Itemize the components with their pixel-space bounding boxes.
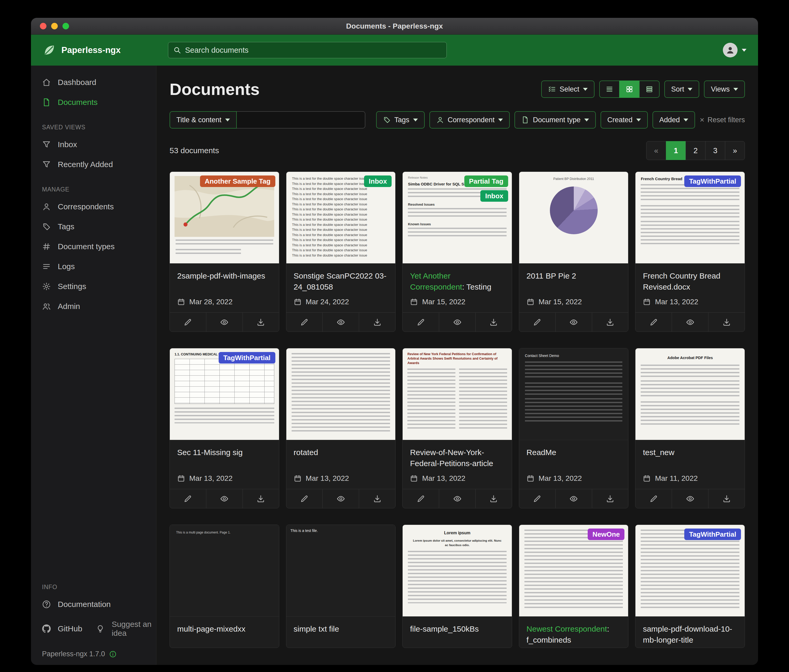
- document-thumbnail[interactable]: Adobe Acrobat PDF Files: [636, 348, 745, 440]
- title-content-filter-button[interactable]: Title & content: [169, 111, 237, 129]
- pagination-next-button[interactable]: »: [725, 141, 745, 160]
- user-avatar[interactable]: [723, 43, 738, 57]
- document-thumbnail[interactable]: Patient BP Distribution 2011: [519, 172, 628, 264]
- download-button[interactable]: [475, 489, 512, 508]
- edit-button[interactable]: [402, 489, 439, 508]
- document-title[interactable]: rotated: [286, 440, 396, 471]
- document-title[interactable]: Review-of-New-York-Federal-Petitions-art…: [402, 440, 512, 471]
- edit-button[interactable]: [286, 489, 323, 508]
- user-menu-caret-icon[interactable]: [742, 49, 746, 52]
- tag-badge[interactable]: TagWithPartial: [684, 175, 741, 187]
- edit-button[interactable]: [402, 313, 439, 331]
- document-title[interactable]: ReadMe: [519, 440, 628, 471]
- select-button[interactable]: Select: [541, 81, 594, 98]
- document-title[interactable]: Yet Another Correspondent: Testing Email: [402, 264, 512, 295]
- sidebar-item-recently-added[interactable]: Recently Added: [31, 154, 156, 174]
- document-thumbnail[interactable]: This is a test for the double space char…: [286, 172, 396, 264]
- download-button[interactable]: [592, 313, 628, 331]
- pagination-page-3[interactable]: 3: [705, 141, 725, 160]
- edit-button[interactable]: [636, 313, 672, 331]
- correspondent-link[interactable]: Newest Correspondent: [527, 624, 607, 633]
- download-button[interactable]: [592, 489, 628, 508]
- document-title[interactable]: 2011 BP Pie 2: [519, 264, 628, 295]
- edit-button[interactable]: [286, 313, 323, 331]
- edit-button[interactable]: [170, 313, 206, 331]
- search-input[interactable]: [168, 42, 447, 58]
- view-button[interactable]: [439, 489, 475, 508]
- view-list-button[interactable]: [599, 81, 620, 98]
- tag-badge[interactable]: Inbox: [480, 190, 508, 202]
- view-button[interactable]: [439, 313, 475, 331]
- tag-badge[interactable]: Inbox: [364, 175, 391, 187]
- download-button[interactable]: [359, 489, 395, 508]
- document-thumbnail[interactable]: Contact Sheet Demo: [519, 348, 628, 440]
- brand[interactable]: Paperless-ngx: [43, 43, 168, 57]
- document-thumbnail[interactable]: 1.1. CONTINUING MEDICAL EDUCA TagWithPar…: [170, 348, 279, 440]
- tag-badge[interactable]: TagWithPartial: [219, 352, 275, 363]
- document-thumbnail[interactable]: TagWithPartial: [636, 525, 745, 617]
- document-thumbnail[interactable]: French Country Bread TagWithPartial: [636, 172, 745, 264]
- tag-badge[interactable]: Another Sample Tag: [200, 175, 275, 187]
- document-thumbnail[interactable]: Another Sample Tag: [170, 172, 279, 264]
- edit-button[interactable]: [519, 313, 556, 331]
- sidebar-item-tags[interactable]: Tags: [31, 217, 156, 237]
- reset-filters-button[interactable]: × Reset filters: [700, 115, 745, 124]
- document-type-filter-button[interactable]: Document type: [514, 111, 596, 129]
- sidebar-item-inbox[interactable]: Inbox: [31, 135, 156, 154]
- correspondent-link[interactable]: Yet Another Correspondent: [410, 271, 462, 291]
- document-title[interactable]: simple txt file: [286, 617, 396, 648]
- edit-button[interactable]: [636, 489, 672, 508]
- document-thumbnail[interactable]: Review of New York Federal Petitions for…: [402, 348, 512, 440]
- created-filter-button[interactable]: Created: [601, 111, 648, 129]
- download-button[interactable]: [243, 489, 279, 508]
- document-thumbnail[interactable]: This is a test file.: [286, 525, 396, 617]
- download-button[interactable]: [359, 313, 395, 331]
- added-filter-button[interactable]: Added: [653, 111, 695, 129]
- document-title[interactable]: multi-page-mixedxx: [170, 617, 279, 648]
- document-title[interactable]: file-sample_150kBs: [402, 617, 512, 648]
- view-button[interactable]: [206, 489, 243, 508]
- view-button[interactable]: [206, 313, 243, 331]
- document-thumbnail[interactable]: Release Notes Simba ODBC Driver for SQL …: [402, 172, 512, 264]
- document-title[interactable]: French Country Bread Revised.docx: [636, 264, 745, 295]
- correspondent-filter-button[interactable]: Correspondent: [430, 111, 510, 129]
- sidebar-item-suggest-idea[interactable]: Suggest an idea: [85, 614, 156, 643]
- document-title[interactable]: test_new: [636, 440, 745, 471]
- view-details-button[interactable]: [639, 81, 660, 98]
- document-thumbnail[interactable]: Lorem ipsum Lorem ipsum dolor sit amet, …: [402, 525, 512, 617]
- document-title[interactable]: 2sample-pdf-with-images: [170, 264, 279, 295]
- document-title[interactable]: Sonstige ScanPC2022 03-24_081058: [286, 264, 396, 295]
- sidebar-item-documents[interactable]: Documents: [31, 92, 156, 112]
- sidebar-item-github[interactable]: GitHub: [31, 619, 85, 639]
- view-button[interactable]: [322, 489, 359, 508]
- tag-badge[interactable]: NewOne: [588, 529, 624, 540]
- document-thumbnail[interactable]: NewOne: [519, 525, 628, 617]
- edit-button[interactable]: [519, 489, 556, 508]
- tags-filter-button[interactable]: Tags: [376, 111, 425, 129]
- views-button[interactable]: Views: [704, 81, 745, 98]
- edit-button[interactable]: [170, 489, 206, 508]
- document-title[interactable]: Sec 11-Missing sig: [170, 440, 279, 471]
- sidebar-item-document-types[interactable]: Document types: [31, 237, 156, 256]
- view-button[interactable]: [672, 489, 708, 508]
- sidebar-item-logs[interactable]: Logs: [31, 256, 156, 277]
- view-button[interactable]: [556, 489, 592, 508]
- tag-badge[interactable]: Partial Tag: [464, 175, 508, 187]
- sidebar-item-dashboard[interactable]: Dashboard: [31, 72, 156, 92]
- filter-text-input[interactable]: [237, 111, 365, 129]
- view-button[interactable]: [556, 313, 592, 331]
- download-button[interactable]: [475, 313, 512, 331]
- pagination-page-1[interactable]: 1: [666, 141, 686, 160]
- sidebar-item-admin[interactable]: Admin: [31, 296, 156, 316]
- sidebar-item-correspondents[interactable]: Correspondents: [31, 197, 156, 217]
- download-button[interactable]: [243, 313, 279, 331]
- tag-badge[interactable]: TagWithPartial: [684, 529, 741, 540]
- pagination-prev-button[interactable]: «: [646, 141, 666, 160]
- view-grid-button[interactable]: [619, 81, 640, 98]
- sidebar-item-documentation[interactable]: Documentation: [31, 594, 156, 614]
- document-title[interactable]: sample-pdf-download-10-mb-longer-title: [636, 617, 745, 648]
- info-icon[interactable]: [109, 650, 117, 658]
- document-thumbnail[interactable]: [286, 348, 396, 440]
- view-button[interactable]: [672, 313, 708, 331]
- download-button[interactable]: [708, 489, 745, 508]
